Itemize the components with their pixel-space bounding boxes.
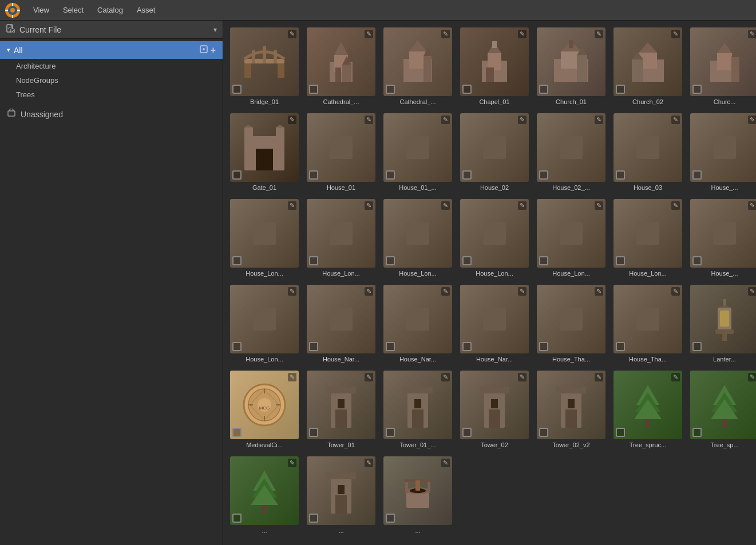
edit-icon[interactable]: ✎ — [595, 287, 603, 296]
asset-item[interactable]: ✎ ... — [381, 454, 454, 536]
select-checkbox[interactable] — [539, 342, 548, 351]
menu-catalog[interactable]: Catalog — [92, 3, 129, 17]
select-checkbox[interactable] — [539, 85, 548, 94]
menu-asset[interactable]: Asset — [131, 3, 161, 17]
asset-item[interactable]: ✎ House_Nar... — [304, 283, 378, 365]
edit-icon[interactable]: ✎ — [441, 459, 450, 467]
edit-icon[interactable]: ✎ — [671, 116, 680, 124]
link-icon[interactable] — [199, 45, 208, 55]
select-checkbox[interactable] — [692, 428, 702, 437]
edit-icon[interactable]: ✎ — [365, 287, 373, 296]
select-checkbox[interactable] — [232, 256, 242, 265]
select-checkbox[interactable] — [539, 256, 548, 265]
select-checkbox[interactable] — [462, 170, 472, 180]
edit-icon[interactable]: ✎ — [748, 373, 756, 381]
edit-icon[interactable]: ✎ — [518, 287, 527, 296]
current-file-header[interactable]: Current File ▾ — [0, 21, 223, 39]
edit-icon[interactable]: ✎ — [288, 459, 296, 467]
asset-item[interactable]: ✎ Lanter... — [688, 283, 756, 365]
select-checkbox[interactable] — [539, 428, 548, 437]
select-checkbox[interactable] — [692, 170, 702, 180]
select-checkbox[interactable] — [616, 170, 625, 180]
edit-icon[interactable]: ✎ — [748, 287, 756, 296]
asset-item[interactable]: ✎ House_03 — [611, 111, 684, 193]
asset-item[interactable]: ✎ Church_02 — [611, 25, 684, 108]
tree-item-unassigned[interactable]: Unassigned — [0, 104, 223, 124]
asset-item[interactable]: ✎ House_Lon... — [458, 197, 531, 279]
asset-item[interactable]: ✎ Tower_02 — [458, 368, 531, 451]
tree-item-trees[interactable]: Trees — [0, 87, 223, 102]
asset-item[interactable]: ✎ House_... — [688, 111, 756, 193]
edit-icon[interactable]: ✎ — [288, 30, 296, 38]
select-checkbox[interactable] — [386, 342, 395, 351]
edit-icon[interactable]: ✎ — [518, 201, 527, 210]
edit-icon[interactable]: ✎ — [441, 201, 450, 210]
select-checkbox[interactable] — [232, 514, 242, 523]
asset-item[interactable]: ✎ ... — [304, 454, 378, 536]
asset-item[interactable]: ✎ House_Lon... — [611, 197, 684, 279]
edit-icon[interactable]: ✎ — [441, 30, 450, 38]
asset-item[interactable]: ✎ House_01 — [304, 111, 378, 193]
edit-icon[interactable]: ✎ — [365, 373, 373, 381]
edit-icon[interactable]: ✎ — [518, 116, 527, 124]
edit-icon[interactable]: ✎ — [288, 116, 296, 124]
select-checkbox[interactable] — [309, 514, 318, 523]
select-checkbox[interactable] — [692, 342, 702, 351]
dropdown-arrow-icon[interactable]: ▾ — [213, 26, 217, 34]
menu-view[interactable]: View — [27, 3, 55, 17]
select-checkbox[interactable] — [232, 170, 242, 180]
edit-icon[interactable]: ✎ — [595, 116, 603, 124]
edit-icon[interactable]: ✎ — [365, 459, 373, 467]
edit-icon[interactable]: ✎ — [671, 201, 680, 210]
asset-item[interactable]: ✎ Gate_01 — [228, 111, 301, 193]
asset-item[interactable]: ✎ House_02_... — [535, 111, 608, 193]
select-checkbox[interactable] — [309, 85, 318, 94]
select-checkbox[interactable] — [309, 256, 318, 265]
asset-item[interactable]: ✎ Tower_01 — [304, 368, 378, 451]
edit-icon[interactable]: ✎ — [288, 201, 296, 210]
edit-icon[interactable]: ✎ — [595, 30, 603, 38]
select-checkbox[interactable] — [386, 256, 395, 265]
asset-item[interactable]: ✎ House_Nar... — [458, 283, 531, 365]
asset-item[interactable]: ✎ House_02 — [458, 111, 531, 193]
edit-icon[interactable]: ✎ — [518, 30, 527, 38]
select-checkbox[interactable] — [232, 428, 242, 437]
select-checkbox[interactable] — [539, 170, 548, 180]
select-checkbox[interactable] — [616, 256, 625, 265]
asset-item[interactable]: ✎ Tower_02_v2 — [535, 368, 608, 451]
select-checkbox[interactable] — [462, 85, 472, 94]
asset-item[interactable]: ✎ Tree_spruc... — [611, 368, 684, 451]
select-checkbox[interactable] — [616, 342, 625, 351]
edit-icon[interactable]: ✎ — [365, 201, 373, 210]
select-checkbox[interactable] — [692, 256, 702, 265]
select-checkbox[interactable] — [232, 85, 242, 94]
asset-item[interactable]: ✎ House_Tha... — [535, 283, 608, 365]
edit-icon[interactable]: ✎ — [671, 287, 680, 296]
menu-select[interactable]: Select — [57, 3, 89, 17]
add-icon[interactable]: + — [211, 45, 216, 55]
asset-item[interactable]: MCG ✎ MedievalCi... — [228, 368, 301, 451]
select-checkbox[interactable] — [232, 342, 242, 351]
select-checkbox[interactable] — [386, 514, 395, 523]
asset-item[interactable]: ✎ House_Tha... — [611, 283, 684, 365]
edit-icon[interactable]: ✎ — [671, 30, 680, 38]
asset-item[interactable]: ✎ House_01_... — [381, 111, 454, 193]
asset-item[interactable]: ✎ House_Lon... — [228, 283, 301, 365]
edit-icon[interactable]: ✎ — [671, 373, 680, 381]
asset-item[interactable]: ✎ House_Lon... — [381, 197, 454, 279]
asset-item[interactable]: ✎ Tree_sp... — [688, 368, 756, 451]
asset-item[interactable]: ✎ Cathedral_... — [381, 25, 454, 108]
edit-icon[interactable]: ✎ — [365, 30, 373, 38]
asset-item[interactable]: ✎ House_... — [688, 197, 756, 279]
asset-item[interactable]: ✎ House_Lon... — [228, 197, 301, 279]
asset-item[interactable]: ✎ Church_01 — [535, 25, 608, 108]
select-checkbox[interactable] — [386, 428, 395, 437]
select-checkbox[interactable] — [386, 85, 395, 94]
edit-icon[interactable]: ✎ — [441, 287, 450, 296]
select-checkbox[interactable] — [309, 170, 318, 180]
asset-item[interactable]: ✎ Cathedral_... — [304, 25, 378, 108]
select-checkbox[interactable] — [462, 342, 472, 351]
edit-icon[interactable]: ✎ — [288, 373, 296, 381]
asset-item[interactable]: ✎ Bridge_01 — [228, 25, 301, 108]
tree-item-all[interactable]: ▾ All + — [0, 41, 223, 59]
